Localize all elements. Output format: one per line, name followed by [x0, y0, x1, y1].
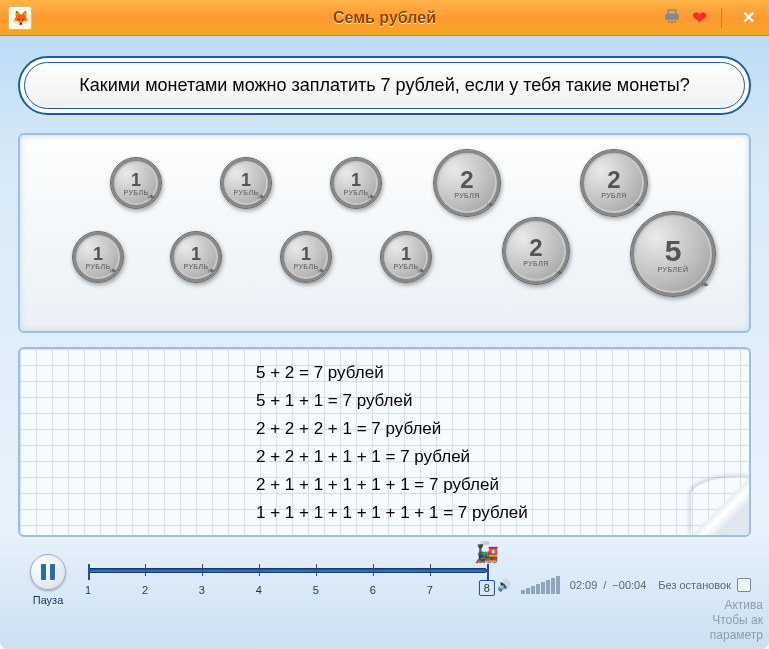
coin-value: 1: [301, 245, 311, 263]
coin-value: 5: [665, 236, 682, 266]
timeline-ticks: 12345678: [88, 562, 487, 602]
coin-unit: РУБЛЕЙ: [658, 266, 689, 273]
progress-timeline[interactable]: 12345678 🚂: [88, 562, 487, 612]
coin-ornament-icon: ❧: [554, 266, 565, 279]
pause-label: Пауза: [33, 594, 64, 606]
timeline-tick[interactable]: [202, 564, 203, 576]
coin-5-ruble[interactable]: 5РУБЛЕЙ❧: [630, 211, 716, 297]
coin-value: 2: [529, 236, 542, 260]
coin-ornament-icon: ❧: [316, 264, 327, 277]
coin-value: 1: [191, 245, 201, 263]
app-logo-icon: 🦊: [8, 6, 32, 30]
answer-line: 2 + 2 + 1 + 1 + 1 = 7 рублей: [256, 443, 528, 471]
train-icon: 🚂: [474, 540, 499, 564]
playback-meta: 🔊 02:09 / −00:04 Без остановок: [497, 576, 751, 594]
print-icon[interactable]: [662, 7, 682, 29]
answer-line: 2 + 1 + 1 + 1 + 1 + 1 = 7 рублей: [256, 471, 528, 499]
window-title: Семь рублей: [333, 9, 436, 27]
time-sep: /: [603, 579, 606, 591]
coin-2-ruble[interactable]: 2РУБЛЯ❧: [502, 217, 570, 285]
speaker-icon[interactable]: 🔊: [497, 579, 511, 592]
timeline-tick[interactable]: [259, 564, 260, 576]
coin-value: 1: [93, 245, 103, 263]
timeline-tick-label: 4: [256, 584, 262, 596]
timeline-tick[interactable]: [145, 564, 146, 576]
coin-ornament-icon: ❧: [366, 190, 377, 203]
coin-value: 1: [351, 171, 361, 189]
coins-panel: 1РУБЛЬ❧1РУБЛЬ❧1РУБЛЬ❧2РУБЛЯ❧2РУБЛЯ❧1РУБЛ…: [18, 133, 751, 333]
coin-unit: РУБЛЯ: [454, 192, 480, 199]
page-curl-icon: [691, 477, 751, 537]
timeline-tick-label: 3: [199, 584, 205, 596]
answer-line: 1 + 1 + 1 + 1 + 1 + 1 + 1 = 7 рублей: [256, 499, 528, 527]
coin-1-ruble[interactable]: 1РУБЛЬ❧: [380, 231, 432, 283]
heart-icon[interactable]: ❤: [692, 7, 707, 29]
close-icon[interactable]: ✕: [736, 8, 761, 27]
titlebar-divider: [721, 8, 722, 28]
title-bar: 🦊 Семь рублей ❤ ✕: [0, 0, 769, 36]
question-text: Какими монетами можно заплатить 7 рублей…: [24, 62, 745, 109]
pause-button[interactable]: Пауза: [18, 554, 78, 606]
coin-ornament-icon: ❧: [632, 198, 643, 211]
coin-ornament-icon: ❧: [416, 264, 427, 277]
coin-value: 2: [607, 168, 620, 192]
timeline-tick[interactable]: [316, 564, 317, 576]
coin-ornament-icon: ❧: [146, 190, 157, 203]
timeline-tick-label: 2: [142, 584, 148, 596]
coin-ornament-icon: ❧: [256, 190, 267, 203]
timeline-tick-label: 6: [370, 584, 376, 596]
timeline-tick[interactable]: [373, 564, 374, 576]
answers-panel: 5 + 2 = 7 рублей5 + 1 + 1 = 7 рублей2 + …: [18, 347, 751, 537]
coin-ornament-icon: ❧: [206, 264, 217, 277]
timeline-tick-label: 7: [427, 584, 433, 596]
loop-label: Без остановок: [658, 579, 731, 591]
timeline-tick-label: 1: [85, 584, 91, 596]
coin-unit: РУБЛЯ: [601, 192, 627, 199]
app-body: Какими монетами можно заплатить 7 рублей…: [0, 36, 769, 649]
timeline-tick[interactable]: [487, 564, 489, 580]
coin-1-ruble[interactable]: 1РУБЛЬ❧: [220, 157, 272, 209]
coin-unit: РУБЛЯ: [523, 260, 549, 267]
coin-1-ruble[interactable]: 1РУБЛЬ❧: [280, 231, 332, 283]
answer-line: 2 + 2 + 2 + 1 = 7 рублей: [256, 415, 528, 443]
timeline-tick[interactable]: [88, 564, 90, 580]
coin-value: 1: [241, 171, 251, 189]
coin-value: 1: [131, 171, 141, 189]
coin-1-ruble[interactable]: 1РУБЛЬ❧: [110, 157, 162, 209]
answers-list: 5 + 2 = 7 рублей5 + 1 + 1 = 7 рублей2 + …: [256, 359, 528, 527]
answer-line: 5 + 2 = 7 рублей: [256, 359, 528, 387]
coin-2-ruble[interactable]: 2РУБЛЯ❧: [580, 149, 648, 217]
timeline-tick-current-label: 8: [479, 580, 495, 596]
question-frame: Какими монетами можно заплатить 7 рублей…: [18, 56, 751, 115]
loop-checkbox[interactable]: [737, 578, 751, 592]
coin-1-ruble[interactable]: 1РУБЛЬ❧: [72, 231, 124, 283]
time-remaining: −00:04: [612, 579, 646, 591]
coin-2-ruble[interactable]: 2РУБЛЯ❧: [433, 149, 501, 217]
coin-ornament-icon: ❧: [108, 264, 119, 277]
controls-bar: Пауза 12345678 🚂 🔊 02:09 / −00:04 Без ос…: [18, 545, 751, 615]
time-elapsed: 02:09: [570, 579, 598, 591]
pause-icon: [30, 554, 66, 590]
volume-bars-icon[interactable]: [521, 576, 560, 594]
coin-value: 2: [460, 168, 473, 192]
coin-ornament-icon: ❧: [485, 198, 496, 211]
timeline-tick[interactable]: [430, 564, 431, 576]
coin-1-ruble[interactable]: 1РУБЛЬ❧: [170, 231, 222, 283]
coin-ornament-icon: ❧: [700, 278, 711, 291]
answer-line: 5 + 1 + 1 = 7 рублей: [256, 387, 528, 415]
coin-value: 1: [401, 245, 411, 263]
coin-1-ruble[interactable]: 1РУБЛЬ❧: [330, 157, 382, 209]
timeline-tick-label: 5: [313, 584, 319, 596]
